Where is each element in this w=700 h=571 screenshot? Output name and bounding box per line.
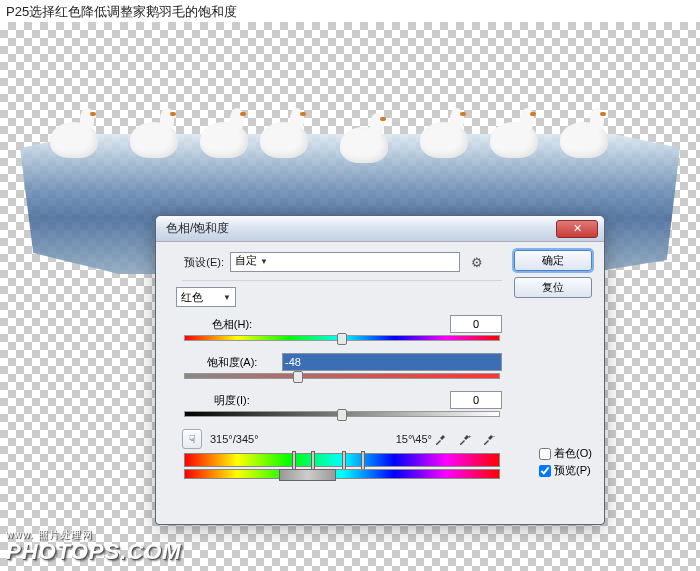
lightness-label: 明度(I): <box>182 393 282 408</box>
goose <box>200 122 248 158</box>
hue-slider[interactable] <box>184 335 500 345</box>
preview-check[interactable] <box>539 465 551 477</box>
eyedropper-plus-icon[interactable]: + <box>456 430 474 448</box>
chevron-down-icon: ▼ <box>260 257 268 266</box>
dialog-title: 色相/饱和度 <box>166 220 556 237</box>
goose <box>420 122 468 158</box>
saturation-slider[interactable] <box>184 373 500 383</box>
preset-label: 预设(E): <box>170 255 224 270</box>
eyedropper-icon[interactable] <box>432 430 450 448</box>
cancel-button[interactable]: 复位 <box>514 277 592 298</box>
lightness-input[interactable]: 0 <box>450 391 502 409</box>
dialog-titlebar[interactable]: 色相/饱和度 ✕ <box>156 216 604 242</box>
preview-checkbox[interactable]: 预览(P) <box>539 463 592 478</box>
goose <box>130 122 178 158</box>
goose <box>490 122 538 158</box>
hue-label: 色相(H): <box>182 317 282 332</box>
ok-button[interactable]: 确定 <box>514 250 592 271</box>
page-caption: P25选择红色降低调整家鹅羽毛的饱和度 <box>0 0 700 24</box>
colorize-label: 着色(O) <box>554 446 592 461</box>
degrees-right: 15°\45° <box>396 433 432 445</box>
colorize-check[interactable] <box>539 448 551 460</box>
colorize-checkbox[interactable]: 着色(O) <box>539 446 592 461</box>
watermark: www. 照片处理网 PHOTOPS.COM <box>6 528 182 565</box>
goose <box>560 122 608 158</box>
saturation-input[interactable]: -48 <box>282 353 502 371</box>
canvas-area: 色相/饱和度 ✕ 确定 复位 预设(E): 自定 ▼ ⚙ 红色 ▼ <box>0 22 700 571</box>
color-range-bar-bottom <box>184 469 500 479</box>
svg-text:−: − <box>492 433 496 439</box>
goose <box>340 127 388 163</box>
eyedropper-minus-icon[interactable]: − <box>480 430 498 448</box>
hand-tool-icon[interactable]: ☟ <box>182 429 202 449</box>
hue-input[interactable]: 0 <box>450 315 502 333</box>
close-button[interactable]: ✕ <box>556 220 598 238</box>
channel-value: 红色 <box>181 290 203 305</box>
chevron-down-icon: ▼ <box>223 293 231 302</box>
degrees-left: 315°/345° <box>210 433 259 445</box>
goose <box>50 122 98 158</box>
preset-dropdown[interactable]: 自定 ▼ <box>230 252 460 272</box>
color-range-bar-top[interactable] <box>184 453 500 467</box>
gear-icon[interactable]: ⚙ <box>468 253 486 271</box>
svg-text:+: + <box>468 433 472 439</box>
hue-saturation-dialog: 色相/饱和度 ✕ 确定 复位 预设(E): 自定 ▼ ⚙ 红色 ▼ <box>155 215 605 525</box>
lightness-slider[interactable] <box>184 411 500 421</box>
preset-value: 自定 <box>235 254 257 266</box>
saturation-label: 饱和度(A): <box>182 355 282 370</box>
watermark-big: PHOTOPS.COM <box>6 539 182 564</box>
preview-label: 预览(P) <box>554 463 591 478</box>
goose <box>260 122 308 158</box>
channel-dropdown[interactable]: 红色 ▼ <box>176 287 236 307</box>
